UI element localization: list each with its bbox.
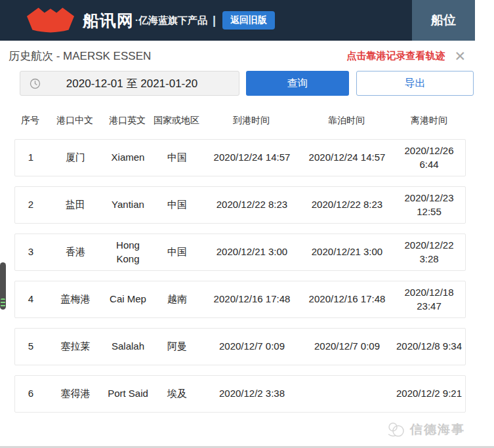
close-icon[interactable]: ✕	[454, 49, 466, 63]
table-row[interactable]: 1 厦门 Xiamen 中国 2020/12/24 14:57 2020/12/…	[14, 139, 466, 176]
boat-logo-icon	[25, 5, 76, 35]
col-header-seq: 序号	[14, 115, 46, 127]
cell-country: 中国	[152, 147, 203, 168]
col-header-port-en: 港口英文	[104, 115, 151, 127]
panel-title-row: 历史航次 - MAERSK ESSEN 点击靠港记录查看轨迹 ✕	[0, 46, 475, 66]
brand-divider: |	[213, 14, 216, 28]
cell-arrival: 2020/12/16 17:48	[203, 289, 301, 310]
watermark-text: 信德海事	[410, 421, 465, 438]
export-button[interactable]: 导出	[356, 71, 474, 96]
col-header-berth: 靠泊时间	[300, 115, 392, 127]
cell-country: 阿曼	[152, 336, 203, 357]
cell-country: 越南	[152, 289, 203, 310]
cell-seq: 2	[15, 194, 47, 215]
cell-port-cn: 香港	[47, 241, 104, 262]
drag-handle-stripes	[1, 298, 5, 307]
table-row[interactable]: 5 塞拉莱 Salalah 阿曼 2020/12/7 0:09 2020/12/…	[14, 328, 466, 365]
cell-seq: 3	[15, 241, 47, 262]
cell-country: 中国	[152, 194, 203, 215]
voyage-table-body: 1 厦门 Xiamen 中国 2020/12/24 14:57 2020/12/…	[14, 139, 466, 413]
col-header-country: 国家或地区	[151, 115, 202, 127]
cell-port-cn: 盐田	[47, 194, 104, 215]
cell-berth: 2020/12/24 14:57	[301, 147, 393, 168]
cell-berth	[301, 390, 393, 398]
query-button[interactable]: 查询	[246, 71, 349, 96]
clock-icon	[30, 78, 41, 89]
page-title: 历史航次 - MAERSK ESSEN	[9, 49, 151, 64]
brand-suffix: ·亿海蓝旗下产品	[135, 14, 207, 27]
cell-port-cn: 盖梅港	[47, 289, 104, 310]
table-header-row: 序号 港口中文 港口英文 国家或地区 到港时间 靠泊时间 离港时间	[14, 115, 466, 127]
cell-berth: 2020/12/21 3:00	[301, 241, 393, 262]
app-header: 船讯网 ·亿海蓝旗下产品 | 返回旧版 船位	[0, 0, 475, 41]
table-row[interactable]: 3 香港 Hong Kong 中国 2020/12/21 3:00 2020/1…	[14, 234, 466, 271]
cell-port-en: Hong Kong	[104, 235, 152, 270]
cell-country: 中国	[152, 241, 203, 262]
cell-berth: 2020/12/22 8:23	[301, 194, 393, 215]
history-voyage-panel: 船讯网 ·亿海蓝旗下产品 | 返回旧版 船位 历史航次 - MAERSK ESS…	[0, 0, 494, 448]
cell-departure: 2020/12/22 3:28	[393, 235, 465, 270]
cell-departure: 2020/12/26 6:44	[393, 140, 465, 175]
cell-port-cn: 厦门	[47, 147, 104, 168]
table-row[interactable]: 2 盐田 Yantian 中国 2020/12/22 8:23 2020/12/…	[14, 186, 466, 224]
cell-port-en: Salalah	[104, 336, 152, 357]
back-to-old-version-button[interactable]: 返回旧版	[222, 11, 275, 30]
cell-port-en: Port Said	[104, 383, 152, 404]
table-row[interactable]: 6 塞得港 Port Said 埃及 2020/12/2 3:38 2020/1…	[14, 375, 466, 413]
cell-seq: 6	[15, 383, 47, 404]
cell-departure: 2020/12/2 9:21	[393, 383, 465, 404]
col-header-port-cn: 港口中文	[46, 115, 104, 127]
cell-arrival: 2020/12/2 3:38	[203, 383, 301, 404]
cell-seq: 1	[15, 147, 47, 168]
cell-departure: 2020/12/8 9:34	[393, 336, 465, 357]
query-controls: 2020-12-01 至 2021-01-20 查询 导出	[0, 71, 475, 96]
table-row[interactable]: 4 盖梅港 Cai Mep 越南 2020/12/16 17:48 2020/1…	[14, 281, 466, 318]
cell-arrival: 2020/12/21 3:00	[203, 241, 301, 262]
cell-berth: 2020/12/7 0:09	[301, 336, 393, 357]
date-range-value: 2020-12-01 至 2021-01-20	[41, 76, 239, 91]
col-header-arrival: 到港时间	[202, 115, 300, 127]
cell-seq: 5	[15, 336, 47, 357]
cell-arrival: 2020/12/22 8:23	[203, 194, 301, 215]
drag-handle[interactable]	[0, 262, 6, 310]
cell-port-cn: 塞拉莱	[47, 336, 104, 357]
cell-country: 埃及	[152, 383, 203, 404]
brand-name: 船讯网	[83, 10, 134, 31]
cell-seq: 4	[15, 289, 47, 310]
col-header-departure: 离港时间	[392, 115, 466, 127]
cell-departure: 2020/12/23 12:55	[393, 188, 465, 222]
track-hint-text: 点击靠港记录查看轨迹	[346, 50, 445, 62]
cell-port-cn: 塞得港	[47, 383, 104, 404]
date-range-input[interactable]: 2020-12-01 至 2021-01-20	[20, 71, 239, 96]
watermark: 信德海事	[386, 421, 465, 438]
tab-ship-position[interactable]: 船位	[412, 0, 475, 41]
cell-berth: 2020/12/16 17:48	[301, 289, 393, 310]
cell-port-en: Yantian	[104, 194, 152, 215]
cell-arrival: 2020/12/24 14:57	[203, 147, 301, 168]
cell-port-en: Xiamen	[104, 147, 152, 168]
cell-arrival: 2020/12/7 0:09	[203, 336, 301, 357]
watermark-logo-icon	[386, 421, 406, 438]
cell-departure: 2020/12/18 23:47	[393, 282, 465, 317]
cell-port-en: Cai Mep	[104, 289, 152, 310]
